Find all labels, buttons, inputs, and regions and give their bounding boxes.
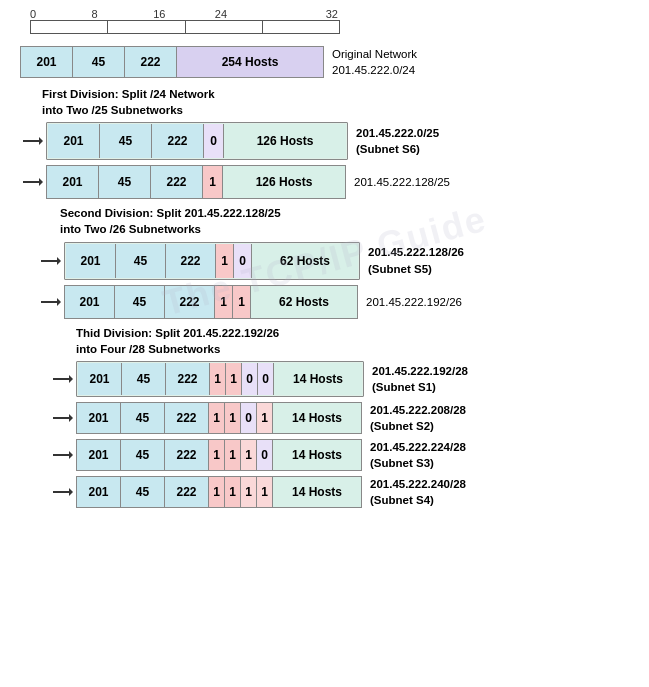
s3r4-label1: 201.45.222.240/28 xyxy=(370,476,466,492)
s2r1-0: 0 xyxy=(234,244,252,278)
s3r4-box: 201 45 222 1 1 1 1 14 Hosts xyxy=(76,476,362,508)
s1r2-1: 1 xyxy=(203,166,223,198)
s3r1-box: 201 45 222 1 1 0 0 14 Hosts xyxy=(78,363,362,395)
s2r2-45: 45 xyxy=(115,286,165,318)
s3r3-1a: 1 xyxy=(209,440,225,470)
s3r2-1b: 1 xyxy=(225,403,241,433)
s3r2-label: 201.45.222.208/28 (Subnet S2) xyxy=(370,402,466,434)
ruler-ticks: 0 8 16 24 32 xyxy=(30,8,340,20)
arrow-s3r2 xyxy=(50,409,76,427)
s1r2-222: 222 xyxy=(151,166,203,198)
original-net-label-line2: 201.45.222.0/24 xyxy=(332,62,417,78)
s3r3-0: 0 xyxy=(257,440,273,470)
s2r1-hosts: 62 Hosts xyxy=(252,244,358,278)
svg-marker-11 xyxy=(69,414,73,422)
section2-heading2: into Two /26 Subnetworks xyxy=(60,221,639,237)
tick-16: 16 xyxy=(153,8,215,20)
s3r4-1d: 1 xyxy=(257,477,273,507)
original-network-row: 201 45 222 254 Hosts Original Network 20… xyxy=(20,46,639,78)
s3r4-222: 222 xyxy=(165,477,209,507)
s3r2-1a: 1 xyxy=(209,403,225,433)
s3r3-label1: 201.45.222.224/28 xyxy=(370,439,466,455)
s3r3-201: 201 xyxy=(77,440,121,470)
svg-marker-9 xyxy=(69,375,73,383)
original-net-label-line1: Original Network xyxy=(332,46,417,62)
arrow-s3r4 xyxy=(50,483,76,501)
s3r4-label: 201.45.222.240/28 (Subnet S4) xyxy=(370,476,466,508)
s2r2-hosts: 62 Hosts xyxy=(251,286,357,318)
original-net-box: 201 45 222 254 Hosts xyxy=(20,46,324,78)
svg-marker-7 xyxy=(57,298,61,306)
ruler-seg-2 xyxy=(108,21,185,33)
section1-label: First Division: Split /24 Network into T… xyxy=(42,86,639,118)
s2r1-222: 222 xyxy=(166,244,216,278)
arrow-s3r3 xyxy=(50,446,76,464)
s3r1-45: 45 xyxy=(122,363,166,395)
section3: Thid Division: Split 201.45.222.192/26 i… xyxy=(48,325,639,509)
s1r1-label1: 201.45.222.0/25 xyxy=(356,125,439,141)
s1r2-hosts: 126 Hosts xyxy=(223,166,345,198)
s2r1-label: 201.45.222.128/26 (Subnet S5) xyxy=(368,244,464,276)
svg-marker-3 xyxy=(39,178,43,186)
s2r2-1a: 1 xyxy=(215,286,233,318)
s2r2-box: 201 45 222 1 1 62 Hosts xyxy=(64,285,358,319)
s1r1-label2: (Subnet S6) xyxy=(356,141,439,157)
section3-heading2: into Four /28 Subnetworks xyxy=(76,341,639,357)
s3r1-label2: (Subnet S1) xyxy=(372,379,468,395)
s3r3-label2: (Subnet S3) xyxy=(370,455,466,471)
s3r1-label: 201.45.222.192/28 (Subnet S1) xyxy=(372,363,468,395)
section2-row1: 201 45 222 1 0 62 Hosts 201.45.222.128/2… xyxy=(38,242,639,280)
tick-32: 32 xyxy=(276,8,340,20)
section3-row3: 201 45 222 1 1 1 0 14 Hosts 201.45.222.2… xyxy=(50,439,639,471)
s2r2-label1: 201.45.222.192/26 xyxy=(366,294,462,310)
s3r3-222: 222 xyxy=(165,440,209,470)
orig-cell-201: 201 xyxy=(21,47,73,77)
tick-8: 8 xyxy=(92,8,154,20)
s3r4-1c: 1 xyxy=(241,477,257,507)
arrow-s1r1 xyxy=(20,132,46,150)
s3r2-label2: (Subnet S2) xyxy=(370,418,466,434)
s3r4-1a: 1 xyxy=(209,477,225,507)
main-container: The TCP/IP Guide 0 8 16 24 32 201 45 222… xyxy=(0,0,649,522)
svg-marker-1 xyxy=(39,137,43,145)
svg-marker-5 xyxy=(57,257,61,265)
section2-label: Second Division: Split 201.45.222.128/25… xyxy=(60,205,639,237)
arrow-s2r1 xyxy=(38,252,64,270)
s1r1-box: 201 45 222 0 126 Hosts xyxy=(48,124,346,158)
s3r3-hosts: 14 Hosts xyxy=(273,440,361,470)
section3-row4: 201 45 222 1 1 1 1 14 Hosts 201.45.222.2… xyxy=(50,476,639,508)
s1r2-45: 45 xyxy=(99,166,151,198)
ruler-seg-1 xyxy=(31,21,108,33)
s2r2-label: 201.45.222.192/26 xyxy=(366,294,462,310)
s3r3-1c: 1 xyxy=(241,440,257,470)
s1r1-201: 201 xyxy=(48,124,100,158)
s3r2-222: 222 xyxy=(165,403,209,433)
s3r2-label1: 201.45.222.208/28 xyxy=(370,402,466,418)
s3r3-label: 201.45.222.224/28 (Subnet S3) xyxy=(370,439,466,471)
section1-row2: 201 45 222 1 126 Hosts 201.45.222.128/25 xyxy=(20,165,639,199)
orig-cell-hosts: 254 Hosts xyxy=(177,47,323,77)
s3r3-1b: 1 xyxy=(225,440,241,470)
s2r2-1b: 1 xyxy=(233,286,251,318)
s2r1-201: 201 xyxy=(66,244,116,278)
s1r2-label: 201.45.222.128/25 xyxy=(354,174,450,190)
s3r1-0b: 0 xyxy=(258,363,274,395)
section1-heading2: into Two /25 Subnetworks xyxy=(42,102,639,118)
section1: First Division: Split /24 Network into T… xyxy=(14,86,639,199)
s3r4-hosts: 14 Hosts xyxy=(273,477,361,507)
s3r4-label2: (Subnet S4) xyxy=(370,492,466,508)
s3r1-1a: 1 xyxy=(210,363,226,395)
s3r4-45: 45 xyxy=(121,477,165,507)
s3r2-201: 201 xyxy=(77,403,121,433)
s1r1-45: 45 xyxy=(100,124,152,158)
section2-heading1: Second Division: Split 201.45.222.128/25 xyxy=(60,205,639,221)
orig-cell-222: 222 xyxy=(125,47,177,77)
s1r2-201: 201 xyxy=(47,166,99,198)
s3r3-45: 45 xyxy=(121,440,165,470)
s3r4-201: 201 xyxy=(77,477,121,507)
s1r2-box: 201 45 222 1 126 Hosts xyxy=(46,165,346,199)
section3-label: Thid Division: Split 201.45.222.192/26 i… xyxy=(76,325,639,357)
s3r1-label1: 201.45.222.192/28 xyxy=(372,363,468,379)
original-net-label: Original Network 201.45.222.0/24 xyxy=(332,46,417,78)
arrow-s3r1 xyxy=(50,370,76,388)
